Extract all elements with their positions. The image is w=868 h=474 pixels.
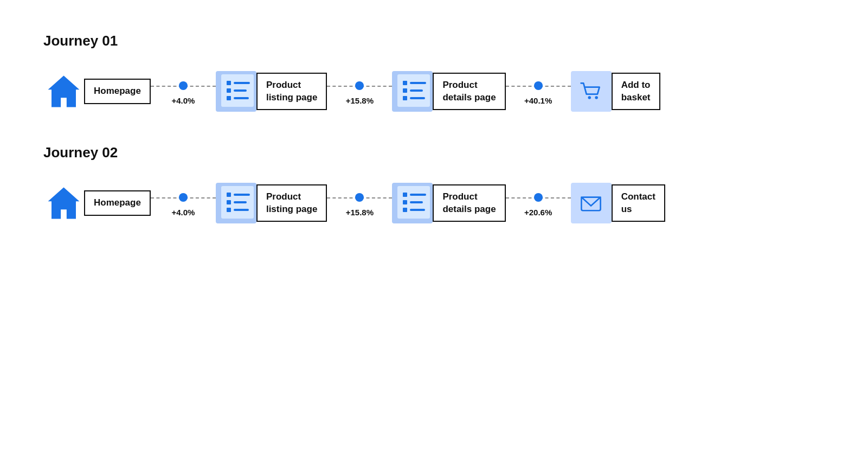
- svg-point-1: [588, 96, 591, 99]
- node-label-homepage-2: Homepage: [84, 190, 151, 215]
- journey-section-2: Journey 02 Homepage +4.0% Product listin…: [43, 144, 825, 223]
- connector-conn-2-3: +20.6%: [506, 189, 571, 217]
- connector-dot: [355, 81, 364, 90]
- node-product-details-2: Product details page: [392, 183, 505, 223]
- node-label-product-listing-2: Product listing page: [256, 184, 327, 221]
- node-product-listing-2: Product listing page: [216, 183, 327, 223]
- node-label-product-details-2: Product details page: [433, 184, 505, 221]
- connector-percent: +20.6%: [524, 208, 552, 217]
- page-icon: [216, 183, 256, 223]
- connector-line: [151, 78, 216, 94]
- node-icon-contact-us: [571, 183, 612, 223]
- journey-flow-2: Homepage +4.0% Product listing page +15.…: [43, 183, 825, 223]
- node-icon-product-listing-1: [216, 71, 256, 112]
- svg-marker-3: [48, 188, 80, 219]
- node-label-homepage-1: Homepage: [84, 79, 151, 104]
- connector-percent: +4.0%: [171, 96, 195, 105]
- node-icon-product-details-1: [392, 71, 433, 112]
- page-icon: [392, 71, 433, 112]
- connector-percent: +40.1%: [524, 96, 552, 105]
- connector-conn-2-1: +4.0%: [151, 189, 216, 217]
- node-label-product-details-1: Product details page: [433, 73, 505, 110]
- connector-dot: [179, 81, 188, 90]
- connector-line: [506, 78, 571, 94]
- connector-line: [506, 189, 571, 206]
- node-contact-us: Contact us: [571, 183, 665, 223]
- home-icon: [43, 183, 84, 223]
- node-icon-product-listing-2: [216, 183, 256, 223]
- svg-marker-0: [48, 76, 80, 107]
- journey-section-1: Journey 01 Homepage +4.0% Product listin…: [43, 33, 825, 112]
- envelope-icon: [571, 183, 612, 223]
- node-label-add-to-basket: Add to basket: [612, 73, 660, 110]
- connector-dot: [534, 193, 543, 202]
- journey-title-1: Journey 01: [43, 33, 825, 49]
- node-icon-homepage-1: [43, 71, 84, 112]
- svg-point-2: [595, 96, 599, 99]
- connector-percent: +15.8%: [346, 208, 374, 217]
- node-homepage-1: Homepage: [43, 71, 151, 112]
- connector-line: [327, 189, 392, 206]
- connector-dot: [534, 81, 543, 90]
- node-icon-product-details-2: [392, 183, 433, 223]
- connector-dot: [355, 193, 364, 202]
- node-icon-add-to-basket: [571, 71, 612, 112]
- connector-conn-2-2: +15.8%: [327, 189, 392, 217]
- connector-conn-1-1: +4.0%: [151, 78, 216, 105]
- page-icon: [392, 183, 433, 223]
- node-product-details-1: Product details page: [392, 71, 505, 112]
- node-icon-homepage-2: [43, 183, 84, 223]
- node-add-to-basket: Add to basket: [571, 71, 660, 112]
- node-label-contact-us: Contact us: [612, 184, 665, 221]
- node-label-product-listing-1: Product listing page: [256, 73, 327, 110]
- journey-title-2: Journey 02: [43, 144, 825, 161]
- connector-percent: +15.8%: [346, 96, 374, 105]
- home-icon: [43, 71, 84, 112]
- cart-icon: [571, 71, 612, 112]
- connector-percent: +4.0%: [171, 208, 195, 217]
- node-homepage-2: Homepage: [43, 183, 151, 223]
- connector-conn-1-2: +15.8%: [327, 78, 392, 105]
- node-product-listing-1: Product listing page: [216, 71, 327, 112]
- connector-line: [151, 189, 216, 206]
- journey-flow-1: Homepage +4.0% Product listing page +15.…: [43, 71, 825, 112]
- connector-dot: [179, 193, 188, 202]
- connector-conn-1-3: +40.1%: [506, 78, 571, 105]
- connector-line: [327, 78, 392, 94]
- page-icon: [216, 71, 256, 112]
